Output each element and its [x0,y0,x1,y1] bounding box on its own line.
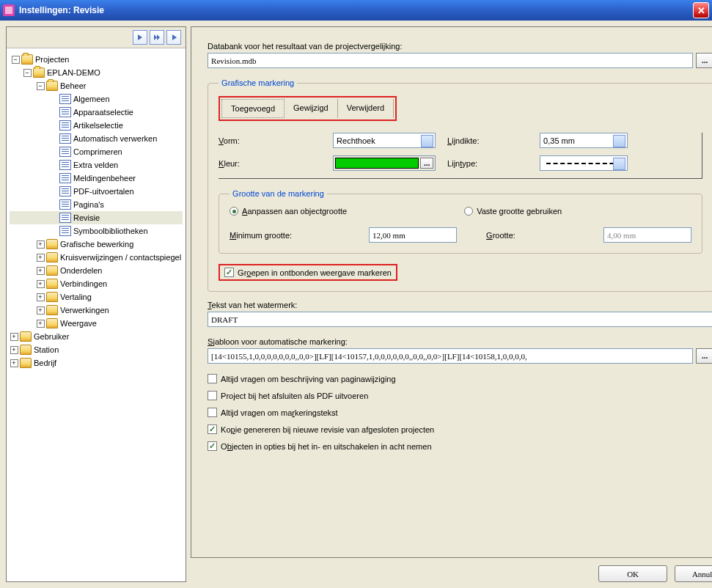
svg-rect-0 [5,7,12,14]
grootte-input[interactable] [603,227,691,243]
tree-label: Kruisverwijzingen / contactspiegel [60,253,181,262]
tree-item[interactable]: Pagina's [10,198,183,211]
tree-item[interactable]: Extra velden [10,158,183,172]
tree-item[interactable]: Automatisch verwerken [10,132,183,145]
tree-item[interactable]: Artikelselectie [10,119,183,132]
tree-item[interactable]: Comprimeren [10,145,183,158]
tree-item[interactable]: Verbindingen [10,277,183,290]
tree-label: Station [34,345,59,354]
vorm-label: Vorm: [219,136,321,145]
tree-beheer[interactable]: Beheer [10,79,183,92]
lijntype-label: Lijntype: [447,159,528,168]
min-input[interactable] [369,227,457,243]
color-swatch [335,158,419,169]
radio-vaste[interactable]: Vaste grootte gebruiken [464,207,562,216]
settings-tree[interactable]: Projecten EPLAN-DEMO Beheer AlgemeenAppa… [7,48,186,581]
db-input[interactable] [208,53,693,68]
toolbar-btn-3[interactable] [166,30,181,45]
sjabloon-input[interactable] [208,348,693,364]
cancel-button[interactable]: Annuleren [675,565,712,582]
tree-label: Meldingenbeheer [73,174,136,183]
tree-item[interactable]: PDF-uitvoertalen [10,185,183,198]
tree-panel: Projecten EPLAN-DEMO Beheer AlgemeenAppa… [6,26,186,582]
groepen-checkbox-row[interactable]: Groepen in ontbonden weergave markeren [224,268,392,277]
kleur-select[interactable]: ... [333,155,436,171]
wm-input[interactable] [208,312,712,327]
tree-item[interactable]: Vertaling [10,290,183,304]
tree-label: Algemeen [73,95,110,103]
groepen-highlight: Groepen in ontbonden weergave markeren [219,264,397,281]
radio-icon [230,207,238,216]
tree-item[interactable]: Onderdelen [10,264,183,277]
grootte-label: Grootte: [486,231,574,240]
tree-item[interactable]: Kruisverwijzingen / contactspiegel [10,251,183,264]
db-label: Databank voor het resultaat van de proje… [208,42,712,51]
tree-project[interactable]: EPLAN-DEMO [10,66,183,79]
tree-label: EPLAN-DEMO [47,68,100,77]
tree-label: PDF-uitvoertalen [73,187,134,196]
color-browse[interactable]: ... [420,158,433,169]
vorm-select[interactable]: Rechthoek [333,133,436,148]
tree-label: Onderdelen [60,266,103,275]
tree-item[interactable]: Bedrijf [10,356,183,370]
tree-item[interactable]: Gebruiker [10,330,183,343]
tree-label: Apparaatselectie [73,108,133,117]
tree-item[interactable]: Station [10,343,183,356]
sjabloon-browse-button[interactable]: ... [696,348,712,364]
tree-item[interactable]: Revisie [10,211,183,224]
tree-item[interactable]: Verwerkingen [10,304,183,317]
min-label: Minimum grootte: [230,231,340,240]
db-browse-button[interactable]: ... [696,53,712,68]
app-icon [3,4,15,16]
cb-altijd-pagina[interactable]: Altijd vragen om beschrijving van pagina… [208,374,712,383]
tree-label: Vertaling [60,293,92,301]
tree-item[interactable]: Apparaatselectie [10,106,183,119]
dialog-buttons: OK Annuleren [191,558,712,582]
cb-project-pdf[interactable]: Project bij het afsluiten als PDF uitvoe… [208,391,712,400]
close-button[interactable]: ✕ [693,2,709,18]
lijndikte-value: 0,35 mm [543,136,575,145]
cb-markeringstekst[interactable]: Altijd vragen om markeringstekst [208,408,712,417]
tree-label: Bedrijf [34,359,56,367]
tree-label: Grafische bewerking [60,240,133,249]
kleur-label: Kleur: [219,159,321,168]
gm-tabs: Toegevoegd Gewijzigd Verwijderd [219,96,397,121]
tree-item[interactable]: Weergave [10,317,183,330]
checkbox-icon [208,374,217,383]
tree-label: Verbindingen [60,279,107,288]
radio-aanpassen[interactable]: Aanpassen aan objectgrootte [230,207,347,216]
tree-toolbar [7,27,186,48]
lijntype-select[interactable] [540,155,628,171]
titlebar: Instellingen: Revisie ✕ [0,0,712,21]
tree-root[interactable]: Projecten [10,53,183,66]
tree-item[interactable]: Symboolbibliotheken [10,224,183,238]
tree-item[interactable]: Grafische bewerking [10,238,183,251]
toolbar-btn-2[interactable] [150,30,164,45]
cb-objecten[interactable]: Objecten in opties bij het in- en uitsch… [208,441,712,451]
tab-gewijzigd[interactable]: Gewijzigd [285,99,338,118]
grafische-markering-fieldset: Grafische markering Toegevoegd Gewijzigd… [208,78,712,292]
tree-label: Weergave [60,319,97,328]
tab-verwijderd[interactable]: Verwijderd [338,99,394,118]
checkbox-icon [208,441,217,451]
checkbox-icon [208,391,217,400]
right-panel: ▲ ▼ Databank voor het resultaat van de p… [191,26,712,582]
checkbox-icon [208,408,217,417]
lijndikte-select[interactable]: 0,35 mm [540,133,628,148]
tree-label: Gebruiker [34,332,69,341]
toolbar-btn-1[interactable] [133,30,147,45]
tree-item[interactable]: Algemeen [10,92,183,106]
cb-kopie[interactable]: Kopie genereren bij nieuwe revisie van a… [208,425,712,434]
ok-button[interactable]: OK [598,565,667,582]
lijndikte-label: Lijndikte: [447,136,528,145]
vorm-value: Rechthoek [337,136,375,145]
tree-label: Pagina's [73,200,104,209]
grootte-fieldset: Grootte van de markering Aanpassen aan o… [219,189,702,254]
grootte-legend: Grootte van de markering [230,189,327,198]
tree-item[interactable]: Meldingenbeheer [10,172,183,185]
gm-legend: Grafische markering [219,78,297,87]
radio-icon [464,207,473,216]
content-area: ▲ ▼ Databank voor het resultaat van de p… [191,26,712,558]
tab-toegevoegd[interactable]: Toegevoegd [221,99,285,118]
tree-label: Projecten [35,55,69,64]
